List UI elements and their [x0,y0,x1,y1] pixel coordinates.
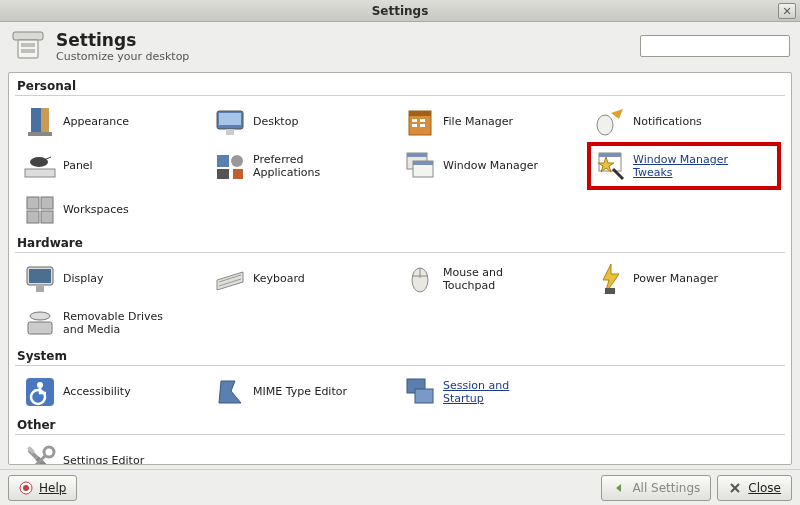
svg-rect-28 [413,161,433,165]
settings-icon [10,28,46,64]
page-subtitle: Customize your desktop [56,50,189,63]
search-field[interactable] [640,35,790,57]
header: Settings Customize your desktop [0,22,800,68]
svg-rect-33 [41,197,53,209]
help-button[interactable]: Help [8,475,77,501]
preferred-applications-icon [213,149,247,183]
item-keyboard[interactable]: Keyboard [209,257,399,301]
svg-rect-17 [420,124,425,127]
svg-point-18 [597,115,613,135]
item-mime-type-editor[interactable]: MIME Type Editor [209,370,399,414]
panel-icon [23,149,57,183]
window-manager-icon [403,149,437,183]
keyboard-icon [213,262,247,296]
svg-rect-19 [25,169,55,177]
item-removable-drives[interactable]: Removable Drives and Media [19,301,209,345]
page-title: Settings [56,30,189,50]
label: Session and Startup [443,379,509,405]
svg-rect-6 [31,108,41,134]
svg-rect-46 [28,322,52,334]
desktop-icon [213,105,247,139]
back-icon [612,481,626,495]
item-power-manager[interactable]: Power Manager [589,257,779,301]
section-personal-label: Personal [17,79,785,93]
item-file-manager[interactable]: File Manager [399,100,589,144]
svg-rect-8 [28,132,52,136]
item-appearance[interactable]: Appearance [19,100,209,144]
svg-rect-37 [29,269,51,283]
item-display[interactable]: Display [19,257,209,301]
item-window-manager[interactable]: Window Manager [399,144,589,188]
help-label: Help [39,481,66,495]
item-panel[interactable]: Panel [19,144,209,188]
label: Workspaces [63,203,129,216]
close-label: Close [748,481,781,495]
mime-type-editor-icon [213,375,247,409]
svg-rect-35 [41,211,53,223]
session-startup-icon [403,375,437,409]
display-icon [23,262,57,296]
svg-rect-24 [217,169,229,179]
svg-rect-0 [13,32,43,40]
all-settings-button[interactable]: All Settings [601,475,711,501]
accessibility-icon [23,375,57,409]
label: Settings Editor [63,454,144,465]
item-desktop[interactable]: Desktop [209,100,399,144]
power-manager-icon [593,262,627,296]
label: Mouse and Touchpad [443,266,503,292]
label: Notifications [633,115,702,128]
item-notifications[interactable]: Notifications [589,100,779,144]
section-system: Accessibility MIME Type Editor Session a… [15,370,785,414]
titlebar: Settings ✕ [0,0,800,22]
window-title: Settings [372,4,429,18]
svg-rect-13 [409,111,431,116]
item-preferred-applications[interactable]: Preferred Applications [209,144,399,188]
item-window-manager-tweaks[interactable]: Window Manager Tweaks [589,144,779,188]
content-area: Personal Appearance Desktop File Manager [8,72,792,465]
svg-rect-7 [41,108,49,134]
label: MIME Type Editor [253,385,347,398]
label: Panel [63,159,93,172]
all-settings-label: All Settings [632,481,700,495]
item-accessibility[interactable]: Accessibility [19,370,209,414]
svg-point-23 [231,155,243,167]
close-icon [728,481,742,495]
svg-rect-2 [21,43,35,47]
svg-rect-10 [219,113,241,125]
label: Power Manager [633,272,718,285]
label: Keyboard [253,272,305,285]
svg-rect-32 [27,197,39,209]
svg-point-56 [23,485,29,491]
svg-rect-22 [217,155,229,167]
label: Removable Drives and Media [63,310,163,336]
search-input[interactable] [644,38,798,54]
label: Preferred Applications [253,153,320,179]
settings-window: Settings ✕ Settings Customize your deskt… [0,0,800,505]
svg-rect-34 [27,211,39,223]
svg-rect-52 [415,389,433,403]
item-workspaces[interactable]: Workspaces [19,188,209,232]
file-manager-icon [403,105,437,139]
label: Accessibility [63,385,131,398]
section-personal: Appearance Desktop File Manager Notifica… [15,100,785,232]
section-hardware-label: Hardware [17,236,785,250]
svg-rect-11 [226,129,234,135]
section-hardware: Display Keyboard Mouse and Touchpad Powe… [15,257,785,345]
item-session-and-startup[interactable]: Session and Startup [399,370,589,414]
label: Desktop [253,115,298,128]
section-system-label: System [17,349,785,363]
section-other: Settings Editor [15,439,785,465]
item-settings-editor[interactable]: Settings Editor [19,439,209,465]
section-other-label: Other [17,418,785,432]
label: Window Manager Tweaks [633,153,728,179]
svg-rect-38 [36,286,44,292]
svg-rect-14 [412,119,417,122]
label: Display [63,272,104,285]
svg-rect-15 [420,119,425,122]
close-button[interactable]: Close [717,475,792,501]
label: File Manager [443,115,513,128]
svg-rect-30 [599,153,621,157]
item-mouse-and-touchpad[interactable]: Mouse and Touchpad [399,257,589,301]
close-window-button[interactable]: ✕ [778,3,796,19]
svg-point-47 [30,312,50,320]
